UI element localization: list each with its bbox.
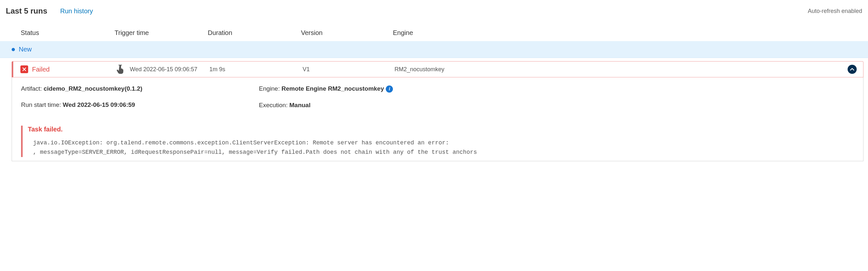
collapse-button[interactable] (847, 65, 857, 74)
col-header-version: Version (301, 29, 393, 37)
runs-table: Status Trigger time Duration Version Eng… (0, 25, 868, 161)
col-header-engine: Engine (393, 29, 868, 37)
status-label: Failed (32, 66, 50, 73)
run-start-value: Wed 2022-06-15 09:06:59 (63, 101, 135, 108)
info-icon[interactable]: i (386, 86, 393, 93)
run-start-row: Run start time: Wed 2022-06-15 09:06:59 (21, 101, 259, 109)
artifact-value: cidemo_RM2_nocustomkey(0.1.2) (44, 85, 143, 92)
col-header-status: Status (21, 29, 115, 37)
execution-row: Execution: Manual (259, 102, 854, 109)
run-summary-row[interactable]: Failed Wed 2022-06-15 09:06:57 1m 9s V1 … (12, 61, 864, 78)
page-title: Last 5 runs (6, 6, 47, 16)
svg-rect-0 (119, 65, 122, 65)
artifact-label: Artifact: (21, 85, 44, 92)
duration-value: 1m 9s (209, 66, 303, 73)
col-header-duration: Duration (208, 29, 301, 37)
error-trace: java.io.IOException: org.talend.remote.c… (28, 138, 854, 157)
trigger-cell: Wed 2022-06-15 09:06:57 (116, 65, 209, 74)
error-title: Task failed. (28, 126, 854, 133)
engine-detail-label: Engine: (259, 85, 282, 92)
run-start-label: Run start time: (21, 101, 63, 108)
run-history-link[interactable]: Run history (60, 7, 93, 15)
execution-label: Execution: (259, 102, 289, 109)
version-value: V1 (303, 66, 395, 73)
run-item: Failed Wed 2022-06-15 09:06:57 1m 9s V1 … (12, 61, 864, 161)
bullet-icon (12, 48, 15, 51)
engine-value: RM2_nocustomkey (395, 66, 444, 73)
run-details-panel: Artifact: cidemo_RM2_nocustomkey(0.1.2) … (12, 78, 864, 161)
engine-row: Engine: Remote Engine RM2_nocustomkeyi (259, 85, 854, 93)
trigger-time-value: Wed 2022-06-15 09:06:57 (130, 66, 197, 73)
auto-refresh-status: Auto-refresh enabled (808, 8, 862, 14)
status-cell: Failed (13, 65, 116, 73)
new-label: New (19, 46, 32, 53)
new-run-banner[interactable]: New (0, 41, 868, 58)
manual-trigger-icon (116, 65, 124, 74)
failed-icon (21, 65, 28, 73)
table-header-row: Status Trigger time Duration Version Eng… (0, 25, 868, 41)
error-section: Task failed. java.io.IOException: org.ta… (21, 126, 854, 157)
page-header: Last 5 runs Run history Auto-refresh ena… (0, 0, 868, 25)
engine-cell: RM2_nocustomkey (395, 65, 857, 74)
artifact-row: Artifact: cidemo_RM2_nocustomkey(0.1.2) (21, 85, 259, 92)
engine-detail-value: Remote Engine RM2_nocustomkey (282, 85, 384, 92)
execution-value: Manual (289, 102, 310, 109)
col-header-trigger: Trigger time (115, 29, 208, 37)
